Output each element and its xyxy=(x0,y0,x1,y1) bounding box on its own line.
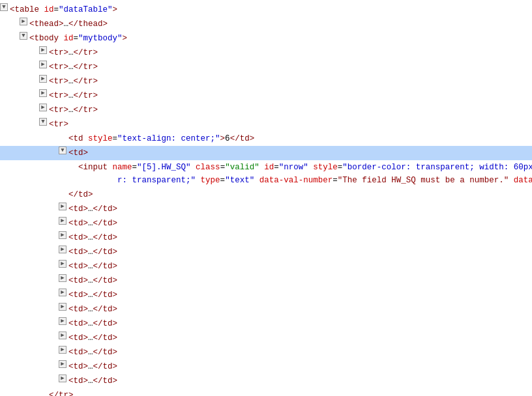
expand-toggle[interactable]: ▶ xyxy=(39,89,47,97)
line-content: <table id="dataTable"> xyxy=(10,3,532,16)
line-content: <td>…</td> xyxy=(68,289,532,302)
dom-line-12: <input name="[5].HW_SQ" class="valid" id… xyxy=(0,160,532,188)
line-content: <tr>…</tr> xyxy=(49,89,532,102)
line-content: <tr>…</tr> xyxy=(49,46,532,59)
dom-line-8[interactable]: ▶<tr>…</tr> xyxy=(0,103,532,117)
expand-toggle[interactable]: ▶ xyxy=(59,346,66,354)
expand-toggle[interactable]: ▶ xyxy=(20,18,27,25)
line-content: <td>…</td> xyxy=(68,274,532,287)
expand-toggle[interactable]: ▶ xyxy=(39,75,47,83)
dom-line-26[interactable]: ▶<td>…</td> xyxy=(0,374,532,388)
line-content: <tr>…</tr> xyxy=(49,75,532,88)
line-content: <td>…</td> xyxy=(68,332,532,345)
dom-line-25[interactable]: ▶<td>…</td> xyxy=(0,360,532,374)
line-content: <td>…</td> xyxy=(68,303,532,316)
expand-toggle[interactable]: ▶ xyxy=(59,289,66,296)
expand-toggle[interactable]: ▶ xyxy=(59,360,66,368)
line-content: <td>…</td> xyxy=(68,375,532,388)
expand-toggle[interactable]: ▶ xyxy=(59,332,66,339)
line-content: <td>…</td> xyxy=(68,231,532,244)
dom-line-7[interactable]: ▶<tr>…</tr> xyxy=(0,89,532,103)
dom-line-14[interactable]: ▶<td>…</td> xyxy=(0,202,532,216)
line-content: <tbody id="mytbody"> xyxy=(29,32,532,45)
dom-line-6[interactable]: ▶<tr>…</tr> xyxy=(0,74,532,89)
line-content: <td> xyxy=(68,147,532,160)
line-content: <td>…</td> xyxy=(68,360,532,373)
line-content: </td> xyxy=(68,188,532,201)
dom-line-13: </td> xyxy=(0,188,532,202)
line-content: <td style="text-align: center;">6</td> xyxy=(68,132,532,145)
dom-line-5[interactable]: ▶<tr>…</tr> xyxy=(0,60,532,74)
expand-toggle[interactable]: ▶ xyxy=(39,61,47,68)
expand-toggle[interactable]: ▶ xyxy=(59,274,66,282)
line-content: <tr>…</tr> xyxy=(49,104,532,117)
dom-line-22[interactable]: ▶<td>…</td> xyxy=(0,317,532,331)
expand-toggle[interactable]: ▶ xyxy=(59,246,66,253)
dom-line-23[interactable]: ▶<td>…</td> xyxy=(0,331,532,345)
dom-line-27: </tr> xyxy=(0,388,532,396)
dom-line-21[interactable]: ▶<td>…</td> xyxy=(0,302,532,317)
dom-line-17[interactable]: ▶<td>…</td> xyxy=(0,245,532,259)
line-content: <td>…</td> xyxy=(68,346,532,359)
collapse-toggle[interactable]: ▼ xyxy=(0,3,8,11)
line-content: <tr> xyxy=(49,118,532,131)
expand-toggle[interactable]: ▶ xyxy=(39,46,47,54)
line-content: </tr> xyxy=(49,389,532,396)
dom-line-18[interactable]: ▶<td>…</td> xyxy=(0,259,532,274)
dom-line-16[interactable]: ▶<td>…</td> xyxy=(0,231,532,245)
line-content: <td>…</td> xyxy=(68,317,532,330)
expand-toggle[interactable]: ▶ xyxy=(59,217,66,225)
dom-line-15[interactable]: ▶<td>…</td> xyxy=(0,216,532,231)
collapse-toggle[interactable]: ▼ xyxy=(20,32,27,40)
collapse-toggle[interactable]: ▼ xyxy=(39,118,47,126)
collapse-toggle[interactable]: ▼ xyxy=(59,147,66,154)
line-content: <thead>…</thead> xyxy=(29,18,532,31)
dom-inspector: ▼<table id="dataTable"> ▶<thead>…</thead… xyxy=(0,0,532,396)
line-content: <td>…</td> xyxy=(68,260,532,273)
expand-toggle[interactable]: ▶ xyxy=(59,203,66,210)
line-content: <td>…</td> xyxy=(68,217,532,230)
dom-line-19[interactable]: ▶<td>…</td> xyxy=(0,274,532,288)
dom-line-11[interactable]: ▼<td> xyxy=(0,146,532,160)
dom-line-1[interactable]: ▼<table id="dataTable"> xyxy=(0,3,532,17)
expand-toggle[interactable]: ▶ xyxy=(59,231,66,239)
expand-toggle[interactable]: ▶ xyxy=(39,104,47,111)
expand-toggle[interactable]: ▶ xyxy=(59,375,66,382)
dom-line-3[interactable]: ▼<tbody id="mytbody"> xyxy=(0,31,532,46)
dom-line-9[interactable]: ▼<tr> xyxy=(0,117,532,132)
dom-line-24[interactable]: ▶<td>…</td> xyxy=(0,345,532,360)
line-content: <input name="[5].HW_SQ" class="valid" id… xyxy=(78,161,532,187)
dom-line-10: <td style="text-align: center;">6</td> xyxy=(0,132,532,146)
dom-line-2[interactable]: ▶<thead>…</thead> xyxy=(0,17,532,31)
expand-toggle[interactable]: ▶ xyxy=(59,317,66,325)
expand-toggle[interactable]: ▶ xyxy=(59,303,66,311)
line-content: <td>…</td> xyxy=(68,203,532,216)
dom-line-20[interactable]: ▶<td>…</td> xyxy=(0,288,532,302)
line-content: <td>…</td> xyxy=(68,246,532,259)
line-content: <tr>…</tr> xyxy=(49,61,532,74)
expand-toggle[interactable]: ▶ xyxy=(59,260,66,268)
dom-line-4[interactable]: ▶<tr>…</tr> xyxy=(0,46,532,60)
